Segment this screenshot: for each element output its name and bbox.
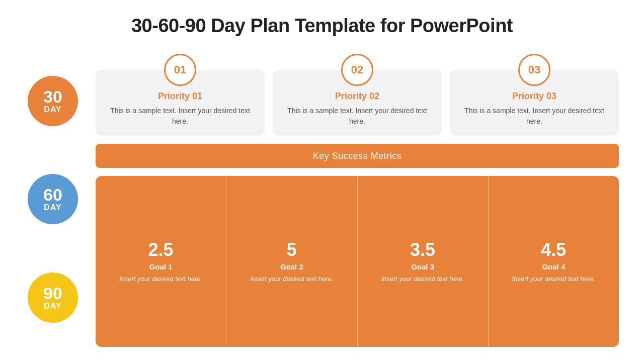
right-content: 01 Priority 01 This is a sample text. In… bbox=[96, 52, 619, 347]
priority-text-3: This is a sample text. Insert your desir… bbox=[458, 106, 611, 127]
content-area: 30 DAY 60 DAY 90 DAY 01 Priority 01 This… bbox=[25, 52, 619, 347]
circle-30-number: 30 bbox=[43, 88, 62, 105]
priority-title-1: Priority 01 bbox=[158, 91, 202, 102]
day-circle-30: 30 DAY bbox=[28, 76, 78, 126]
priority-circle-3: 03 bbox=[518, 54, 550, 86]
priorities-row: 01 Priority 01 This is a sample text. In… bbox=[96, 70, 619, 136]
goal-2-number: 5 bbox=[287, 239, 297, 260]
day-circles-column: 30 DAY 60 DAY 90 DAY bbox=[25, 52, 80, 347]
circle-60-label: DAY bbox=[44, 203, 61, 212]
priority-card-1: 01 Priority 01 This is a sample text. In… bbox=[96, 70, 265, 136]
day-circle-90: 90 DAY bbox=[28, 273, 78, 323]
priority-text-1: This is a sample text. Insert your desir… bbox=[104, 106, 257, 127]
priorities-wrapper: 01 Priority 01 This is a sample text. In… bbox=[96, 52, 619, 136]
circle-60-number: 60 bbox=[43, 186, 62, 203]
circle-30-label: DAY bbox=[44, 105, 61, 114]
goal-cell-2: 5 Goal 2 Insert your desired text here. bbox=[226, 176, 357, 347]
goal-3-title: Goal 3 bbox=[411, 262, 434, 271]
goal-2-title: Goal 2 bbox=[280, 262, 303, 271]
goal-4-title: Goal 4 bbox=[542, 262, 565, 271]
goal-cell-4: 4.5 Goal 4 Insert your desired text here… bbox=[489, 176, 619, 347]
priority-title-2: Priority 02 bbox=[335, 91, 379, 102]
goal-cell-3: 3.5 Goal 3 Insert your desired text here… bbox=[358, 176, 489, 347]
goal-3-text: Insert your desired text here. bbox=[381, 274, 464, 284]
circle-90-label: DAY bbox=[44, 302, 61, 311]
priority-circle-2: 02 bbox=[341, 54, 373, 86]
page-title: 30-60-90 Day Plan Template for PowerPoin… bbox=[25, 15, 619, 37]
priority-title-3: Priority 03 bbox=[512, 91, 556, 102]
circle-90-number: 90 bbox=[43, 285, 62, 302]
priority-card-2: 02 Priority 02 This is a sample text. In… bbox=[273, 70, 442, 136]
goal-3-number: 3.5 bbox=[410, 239, 435, 260]
goal-1-text: Insert your desired text here. bbox=[119, 274, 202, 284]
priority-card-3: 03 Priority 03 This is a sample text. In… bbox=[450, 70, 619, 136]
goal-cell-1: 2.5 Goal 1 Insert your desired text here… bbox=[96, 176, 226, 347]
day-circle-60: 60 DAY bbox=[28, 174, 78, 224]
metrics-bar-label: Key Success Metrics bbox=[313, 151, 402, 161]
goal-1-title: Goal 1 bbox=[149, 262, 173, 271]
metrics-bar: Key Success Metrics bbox=[96, 144, 619, 168]
goal-2-text: Insert your desired text here. bbox=[250, 274, 333, 284]
goal-4-text: Insert your desired text here. bbox=[512, 274, 595, 284]
priority-circle-1: 01 bbox=[164, 54, 196, 86]
goals-row: 2.5 Goal 1 Insert your desired text here… bbox=[96, 176, 619, 347]
goal-4-number: 4.5 bbox=[541, 239, 566, 260]
priority-text-2: This is a sample text. Insert your desir… bbox=[281, 106, 434, 127]
goal-1-number: 2.5 bbox=[148, 239, 174, 260]
